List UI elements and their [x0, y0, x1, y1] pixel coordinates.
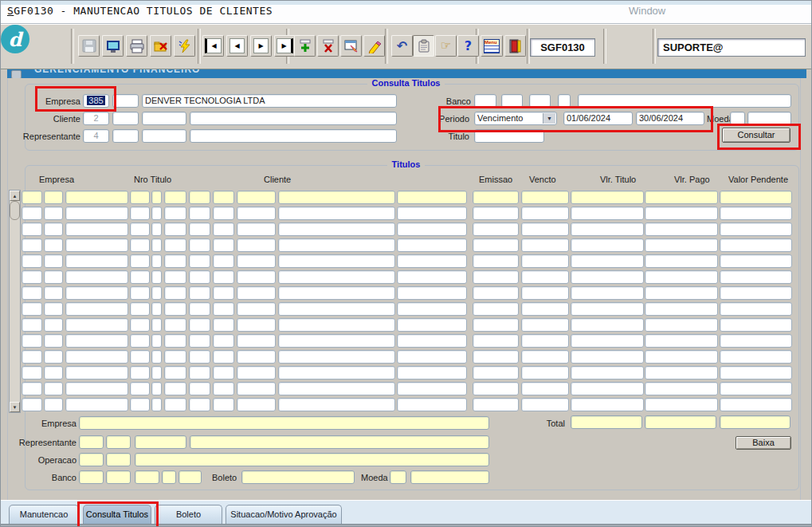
banco-input-4[interactable] — [558, 94, 571, 108]
table-cell[interactable] — [65, 302, 128, 316]
table-cell[interactable] — [44, 222, 63, 236]
table-cell[interactable] — [22, 302, 42, 316]
table-cell[interactable] — [151, 254, 162, 268]
table-cell[interactable] — [189, 366, 210, 380]
table-cell[interactable] — [571, 254, 644, 268]
table-cell[interactable] — [44, 350, 63, 364]
program-code-field[interactable]: SGF0130 — [530, 38, 595, 57]
insert-record-button[interactable] — [294, 35, 316, 57]
table-cell[interactable] — [473, 191, 519, 204]
table-cell[interactable] — [65, 238, 128, 252]
table-row[interactable] — [1, 333, 811, 349]
table-cell[interactable] — [65, 191, 128, 204]
table-cell[interactable] — [571, 222, 644, 236]
table-cell[interactable] — [44, 254, 63, 268]
table-cell[interactable] — [44, 398, 63, 411]
table-cell[interactable] — [521, 191, 569, 204]
cliente-code-input[interactable]: 2 — [83, 112, 109, 125]
table-cell[interactable] — [189, 238, 210, 252]
table-cell[interactable] — [189, 382, 210, 395]
banco-input-1[interactable] — [474, 94, 496, 108]
table-cell[interactable] — [278, 238, 395, 252]
table-cell[interactable] — [237, 222, 276, 236]
table-cell[interactable] — [22, 191, 42, 204]
table-cell[interactable] — [213, 270, 234, 284]
table-cell[interactable] — [645, 398, 718, 411]
table-cell[interactable] — [22, 382, 42, 395]
table-cell[interactable] — [397, 206, 467, 220]
table-cell[interactable] — [397, 286, 467, 300]
table-cell[interactable] — [645, 191, 718, 204]
table-cell[interactable] — [521, 382, 569, 395]
table-cell[interactable] — [130, 334, 150, 348]
table-row[interactable] — [1, 317, 811, 333]
table-cell[interactable] — [571, 350, 644, 364]
table-cell[interactable] — [130, 318, 150, 332]
table-cell[interactable] — [189, 398, 210, 411]
table-cell[interactable] — [278, 254, 395, 268]
table-cell[interactable] — [645, 350, 718, 364]
table-cell[interactable] — [65, 350, 128, 364]
table-cell[interactable] — [720, 206, 792, 220]
table-cell[interactable] — [237, 270, 276, 284]
table-cell[interactable] — [44, 318, 63, 332]
table-cell[interactable] — [473, 366, 519, 380]
detail-representante-doc[interactable] — [135, 435, 186, 449]
exit-button[interactable] — [504, 35, 526, 57]
representante-doc-input[interactable] — [142, 129, 186, 143]
moeda-code-input[interactable] — [730, 112, 745, 125]
table-cell[interactable] — [22, 286, 42, 300]
table-cell[interactable] — [473, 222, 519, 236]
table-cell[interactable] — [397, 270, 467, 284]
table-cell[interactable] — [397, 302, 467, 316]
table-cell[interactable] — [164, 302, 186, 316]
table-cell[interactable] — [44, 270, 63, 284]
table-cell[interactable] — [397, 222, 467, 236]
table-cell[interactable] — [130, 254, 150, 268]
table-cell[interactable] — [278, 286, 395, 300]
detail-moeda-name[interactable] — [410, 470, 489, 484]
table-cell[interactable] — [397, 238, 467, 252]
table-cell[interactable] — [164, 398, 186, 411]
table-cell[interactable] — [278, 382, 395, 395]
delete-record-button[interactable] — [317, 35, 339, 57]
query-edit-button[interactable] — [340, 35, 362, 57]
table-cell[interactable] — [164, 191, 186, 204]
table-cell[interactable] — [397, 254, 467, 268]
table-cell[interactable] — [473, 334, 519, 348]
table-cell[interactable] — [164, 270, 186, 284]
periodo-tipo-select[interactable]: Vencimento ▼ — [474, 112, 557, 125]
table-cell[interactable] — [645, 318, 718, 332]
table-cell[interactable] — [720, 398, 792, 411]
table-cell[interactable] — [237, 302, 276, 316]
tab-boleto[interactable]: Boleto — [155, 505, 222, 524]
banco-name-input[interactable] — [578, 94, 791, 108]
table-cell[interactable] — [720, 222, 792, 236]
cliente-doc-input[interactable] — [142, 112, 186, 125]
table-cell[interactable] — [151, 382, 162, 395]
table-cell[interactable] — [189, 191, 210, 204]
table-cell[interactable] — [213, 191, 234, 204]
table-cell[interactable] — [213, 302, 234, 316]
table-cell[interactable] — [65, 206, 128, 220]
table-cell[interactable] — [151, 350, 162, 364]
table-cell[interactable] — [213, 238, 234, 252]
periodo-inicio-input[interactable]: 01/06/2024 — [563, 112, 633, 125]
table-cell[interactable] — [571, 382, 644, 395]
flash-button[interactable] — [174, 35, 195, 57]
table-cell[interactable] — [720, 238, 792, 252]
table-cell[interactable] — [130, 302, 150, 316]
table-cell[interactable] — [22, 366, 42, 380]
table-cell[interactable] — [213, 222, 234, 236]
table-cell[interactable] — [164, 318, 186, 332]
table-cell[interactable] — [130, 350, 150, 364]
table-cell[interactable] — [151, 366, 162, 380]
table-row[interactable] — [1, 190, 811, 206]
periodo-fim-input[interactable]: 30/06/2024 — [636, 112, 704, 125]
table-cell[interactable] — [720, 191, 792, 204]
table-cell[interactable] — [65, 318, 128, 332]
table-cell[interactable] — [22, 334, 42, 348]
table-cell[interactable] — [213, 318, 234, 332]
table-cell[interactable] — [521, 318, 569, 332]
consultar-button[interactable]: Consultar — [722, 128, 790, 143]
